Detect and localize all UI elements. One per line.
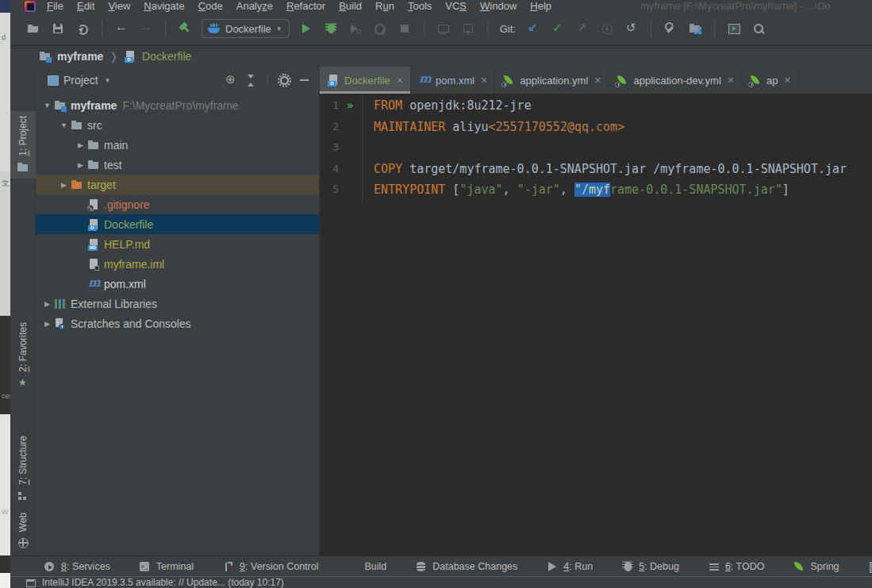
run-line-icon[interactable]: »	[339, 95, 361, 117]
toolbar-separator	[424, 21, 424, 37]
code-token: "java"	[459, 183, 502, 197]
stripe-item-7-structure[interactable]: 7: Structure	[10, 431, 36, 507]
menu-edit[interactable]: Edit	[77, 0, 94, 13]
search-everywhere-button[interactable]	[751, 21, 766, 37]
tree-expand-icon[interactable]: ▼	[57, 121, 71, 129]
spring-icon	[749, 74, 762, 86]
project-structure-button[interactable]	[687, 21, 703, 37]
tree-row-src[interactable]: ▼src	[36, 115, 319, 135]
forward-button	[138, 21, 154, 37]
tree-item-label: src	[87, 119, 102, 132]
back-button[interactable]	[113, 21, 129, 37]
stop-icon	[398, 22, 411, 35]
debug-button[interactable]	[323, 21, 339, 37]
stripe-item-web[interactable]: Web	[10, 508, 36, 554]
toolwindow-button-4-run[interactable]: 4: Run	[546, 560, 593, 573]
attach-monitor-button	[436, 21, 451, 37]
menu-help[interactable]: Help	[530, 0, 551, 13]
breadcrumb-project[interactable]: myframe	[57, 50, 103, 63]
toolbar-separator	[165, 21, 166, 37]
close-icon[interactable]: ×	[728, 74, 734, 86]
close-icon[interactable]: ×	[594, 74, 601, 86]
menu-vcs[interactable]: VCS	[445, 0, 467, 13]
menu-code[interactable]: Code	[198, 0, 223, 13]
tree-row-external-libraries[interactable]: ▶External Libraries	[36, 294, 319, 313]
tree-row-scratches-and-consoles[interactable]: ▶Scratches and Consoles	[36, 313, 319, 333]
tab-ap[interactable]: ap×	[742, 67, 799, 94]
toolwindow-button-database-changes[interactable]: Database Changes	[415, 560, 517, 573]
toolwindow-button-9-version-control[interactable]: 9: Version Control	[222, 560, 318, 573]
save-button[interactable]	[50, 21, 66, 37]
toolwindow-button-build[interactable]: Build	[347, 560, 386, 573]
tree-row-help-md[interactable]: HELP.md	[36, 234, 319, 254]
tab-pom-xml[interactable]: pom.xml×	[411, 67, 495, 94]
menu-run[interactable]: Run	[375, 0, 394, 13]
run-anything-button[interactable]	[726, 21, 742, 37]
close-icon[interactable]: ×	[784, 74, 790, 86]
build-project-button[interactable]	[177, 21, 193, 37]
toolwindow-button-8-services[interactable]: 8: Services	[44, 560, 110, 573]
menu-file[interactable]: File	[47, 0, 63, 13]
run-button[interactable]	[298, 21, 314, 37]
code-text: MAINTAINER aliyu<2557170552@qq.com>	[363, 117, 624, 138]
tree-row-myframe[interactable]: ▼myframeF:\MycreatPro\myframe	[36, 95, 319, 115]
project-view-icon	[48, 75, 59, 86]
menu-view[interactable]: View	[108, 0, 130, 13]
close-icon[interactable]: ×	[481, 74, 487, 86]
menu-build[interactable]: Build	[339, 0, 362, 13]
tree-row-main[interactable]: ▶main	[36, 135, 319, 155]
tab-label: application.yml	[520, 75, 588, 86]
stripe-item-1-project[interactable]: 1: Project	[10, 111, 36, 179]
status-message[interactable]: IntelliJ IDEA 2019.3.5 available: // Upd…	[42, 577, 284, 588]
menu-analyze[interactable]: Analyze	[236, 0, 273, 13]
menu-window[interactable]: Window	[480, 0, 517, 13]
tab-application-dev-yml[interactable]: application-dev.yml×	[609, 67, 742, 94]
tree-row-myframe-iml[interactable]: myframe.iml	[36, 254, 319, 274]
tree-expand-icon[interactable]: ▶	[40, 320, 54, 328]
tree-expand-icon[interactable]: ▼	[40, 102, 54, 110]
git-push-button	[574, 21, 590, 37]
panel-settings-button[interactable]	[276, 72, 292, 88]
tab-dockerfile[interactable]: Dockerfile×	[320, 67, 411, 94]
stripe-item-2-favorites[interactable]: 2: Favorites	[10, 317, 36, 394]
git-commit-button[interactable]	[550, 21, 566, 37]
tree-row-pom-xml[interactable]: pom.xml	[36, 274, 319, 294]
panel-title[interactable]: Project	[63, 74, 98, 86]
maven-icon	[418, 74, 431, 86]
toolwindow-button-5-debug[interactable]: 5: Debug	[621, 560, 679, 573]
tree-expand-icon[interactable]: ▶	[57, 181, 71, 189]
chevron-down-icon[interactable]: ▼	[105, 77, 111, 84]
git-update-button[interactable]	[525, 21, 541, 37]
editor[interactable]: 1»FROM openjdk:8u212-jre2MAINTAINER aliy…	[320, 94, 872, 201]
open-button[interactable]	[25, 21, 41, 37]
settings-button[interactable]	[663, 21, 678, 37]
tree-item-label: target	[87, 179, 116, 191]
toolwindow-button-java-e[interactable]: Java E	[868, 560, 872, 573]
breadcrumb-file[interactable]: Dockerfile	[142, 50, 191, 63]
menu-tools[interactable]: Tools	[408, 0, 432, 13]
sync-button[interactable]	[75, 21, 90, 37]
close-icon[interactable]: ×	[397, 74, 403, 86]
toolwindow-button-6-todo[interactable]: 6: TODO	[708, 560, 765, 573]
tree-row-gitignore[interactable]: .gitignore	[36, 194, 319, 214]
hide-panel-button[interactable]	[297, 72, 313, 88]
clock-icon	[601, 22, 613, 35]
collapse-all-button[interactable]	[244, 72, 259, 88]
tree-expand-icon[interactable]: ▶	[74, 141, 87, 149]
tree-row-dockerfile[interactable]: Dockerfile	[36, 214, 319, 234]
stripe-label: 1: Project	[17, 116, 29, 156]
toolwindow-button-terminal[interactable]: Terminal	[139, 560, 194, 573]
tab-application-yml[interactable]: application.yml×	[495, 67, 609, 94]
tree-expand-icon[interactable]: ▶	[74, 161, 87, 169]
menu-navigate[interactable]: Navigate	[144, 0, 184, 13]
run-config-select[interactable]: Dockerfile ▼	[202, 19, 290, 38]
toolwindow-button-spring[interactable]: Spring	[793, 560, 839, 573]
locate-file-button[interactable]	[223, 72, 239, 88]
git-rollback-button[interactable]	[624, 21, 640, 37]
tree-row-test[interactable]: ▶test	[36, 155, 319, 175]
back-arrow-icon	[115, 22, 128, 35]
tree-expand-icon[interactable]: ▶	[40, 300, 54, 308]
tree-row-target[interactable]: ▶target	[36, 175, 319, 194]
structure-sq-icon	[17, 490, 29, 502]
menu-refactor[interactable]: Refactor	[286, 0, 325, 13]
